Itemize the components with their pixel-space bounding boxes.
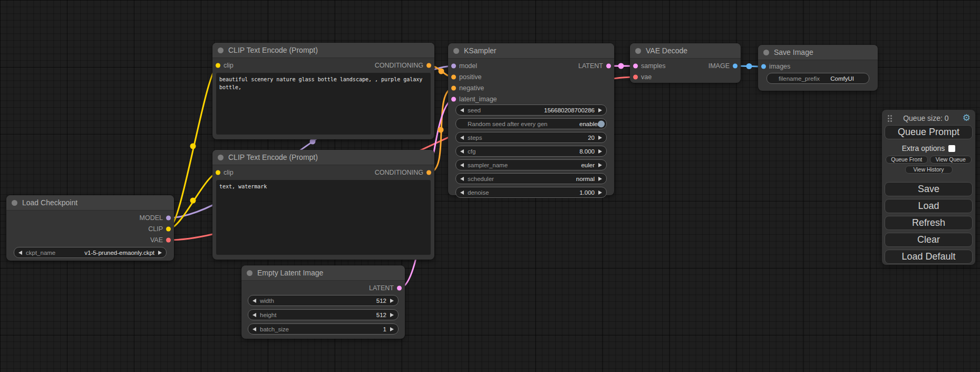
collapse-dot-icon[interactable] (453, 48, 459, 54)
settings-gear-icon[interactable]: ⚙ (963, 115, 971, 122)
increment-arrow-icon[interactable] (390, 299, 394, 303)
samples-input-dot[interactable] (633, 64, 638, 69)
increment-arrow-icon[interactable] (598, 149, 602, 154)
images-input-dot[interactable] (761, 64, 766, 69)
clip-input-dot[interactable] (216, 170, 220, 175)
node-graph-canvas[interactable]: Load Checkpoint MODEL CLIP VAE ckpt_name… (0, 0, 980, 372)
prompt-text-area[interactable]: text, watermark (216, 180, 431, 255)
decrement-arrow-icon[interactable] (460, 163, 464, 167)
ckpt-name-widget[interactable]: ckpt_name v1-5-pruned-emaonly.ckpt (14, 247, 167, 258)
filename-prefix-widget[interactable]: filename_prefix ComfyUI (766, 73, 869, 84)
decrement-arrow-icon[interactable] (460, 108, 464, 112)
steps-widget[interactable]: steps 20 (455, 132, 607, 143)
increment-arrow-icon[interactable] (390, 327, 394, 331)
collapse-dot-icon[interactable] (247, 270, 253, 276)
queue-front-button[interactable]: Queue Front (886, 156, 928, 164)
batch-size-widget[interactable]: batch_size 1 (248, 323, 399, 335)
decrement-arrow-icon[interactable] (460, 149, 464, 154)
extra-options-checkbox[interactable] (948, 145, 955, 152)
node-title-bar[interactable]: Empty Latent Image (241, 265, 405, 281)
seed-widget[interactable]: seed 156680208700286 (455, 104, 607, 116)
input-slot-positive: positive (448, 72, 614, 82)
vae-input-dot[interactable] (633, 75, 638, 80)
width-widget[interactable]: width 512 (248, 295, 399, 306)
collapse-dot-icon[interactable] (763, 50, 769, 55)
increment-arrow-icon[interactable] (598, 177, 602, 181)
height-widget[interactable]: height 512 (248, 309, 399, 320)
node-clip-text-encode-positive[interactable]: CLIP Text Encode (Prompt) clip CONDITION… (212, 43, 434, 139)
widget-value: 1 (383, 326, 386, 332)
node-save-image[interactable]: Save Image images filename_prefix ComfyU… (758, 45, 878, 91)
node-title: Empty Latent Image (257, 269, 323, 277)
collapse-dot-icon[interactable] (218, 47, 224, 53)
node-title-bar[interactable]: VAE Decode (630, 43, 741, 59)
slot-label: clip (224, 62, 234, 69)
refresh-button[interactable]: Refresh (885, 216, 973, 230)
node-title-bar[interactable]: CLIP Text Encode (Prompt) (212, 150, 434, 165)
load-button[interactable]: Load (885, 199, 973, 213)
decrement-arrow-icon[interactable] (460, 190, 464, 195)
latent-output-dot[interactable] (397, 286, 402, 291)
increment-arrow-icon[interactable] (598, 108, 602, 112)
node-title-bar[interactable]: KSampler (448, 43, 614, 59)
save-button[interactable]: Save (885, 182, 973, 196)
output-slot-latent: LATENT (241, 283, 405, 293)
clip-output-dot[interactable] (166, 227, 171, 232)
clear-button[interactable]: Clear (885, 233, 973, 247)
widget-name: scheduler (468, 176, 494, 182)
decrement-arrow-icon[interactable] (460, 136, 464, 140)
positive-input-dot[interactable] (451, 75, 456, 80)
decrement-arrow-icon[interactable] (253, 299, 256, 303)
conditioning-output-dot[interactable] (426, 170, 431, 175)
image-output-dot[interactable] (733, 64, 738, 69)
random-seed-toggle-widget[interactable]: Random seed after every gen enabled (455, 118, 607, 129)
decrement-arrow-icon[interactable] (253, 327, 256, 331)
widget-name: cfg (468, 148, 476, 155)
node-vae-decode[interactable]: VAE Decode samples IMAGE vae (630, 43, 741, 83)
queue-panel: Queue size: 0 ⚙ Queue Prompt Extra optio… (882, 110, 975, 265)
latent-output-dot[interactable] (606, 64, 611, 69)
view-queue-button[interactable]: View Queue (930, 156, 972, 164)
widget-name: steps (468, 135, 482, 141)
clip-input-dot[interactable] (216, 63, 220, 68)
slot-label: model (459, 62, 477, 70)
model-output-dot[interactable] (166, 216, 171, 221)
prompt-text-area[interactable]: beautiful scenery nature glass bottle la… (216, 73, 431, 135)
input-slot-images: images (758, 61, 878, 72)
increment-arrow-icon[interactable] (158, 251, 162, 255)
node-clip-text-encode-negative[interactable]: CLIP Text Encode (Prompt) clip CONDITION… (212, 150, 434, 260)
slot-label: LATENT (578, 62, 603, 70)
load-default-button[interactable]: Load Default (885, 250, 973, 264)
view-history-button[interactable]: View History (905, 166, 953, 174)
denoise-widget[interactable]: denoise 1.000 (455, 187, 607, 198)
collapse-dot-icon[interactable] (12, 200, 17, 206)
node-title: KSampler (464, 46, 496, 55)
increment-arrow-icon[interactable] (598, 163, 602, 167)
increment-arrow-icon[interactable] (390, 313, 394, 317)
scheduler-widget[interactable]: scheduler normal (455, 173, 607, 184)
conditioning-output-dot[interactable] (426, 63, 431, 68)
sampler-name-widget[interactable]: sampler_name euler (455, 159, 607, 170)
vae-output-dot[interactable] (166, 238, 171, 243)
decrement-arrow-icon[interactable] (253, 313, 256, 317)
node-title-bar[interactable]: CLIP Text Encode (Prompt) (212, 43, 434, 58)
latent-image-input-dot[interactable] (451, 97, 456, 102)
increment-arrow-icon[interactable] (598, 136, 602, 140)
node-title-bar[interactable]: Save Image (758, 45, 878, 60)
negative-input-dot[interactable] (451, 86, 456, 91)
cfg-widget[interactable]: cfg 8.000 (455, 146, 607, 157)
decrement-arrow-icon[interactable] (18, 251, 22, 255)
queue-prompt-button[interactable]: Queue Prompt (885, 125, 973, 139)
node-empty-latent-image[interactable]: Empty Latent Image LATENT width 512 heig… (241, 265, 405, 339)
decrement-arrow-icon[interactable] (460, 177, 464, 181)
node-load-checkpoint[interactable]: Load Checkpoint MODEL CLIP VAE ckpt_name… (6, 195, 174, 261)
collapse-dot-icon[interactable] (635, 48, 641, 54)
toggle-knob-icon[interactable] (598, 120, 605, 127)
node-ksampler[interactable]: KSampler model LATENT positive negative … (448, 43, 614, 195)
collapse-dot-icon[interactable] (218, 155, 224, 160)
increment-arrow-icon[interactable] (598, 190, 602, 195)
node-title-bar[interactable]: Load Checkpoint (6, 195, 174, 211)
widget-value: 8.000 (579, 148, 595, 155)
model-input-dot[interactable] (451, 64, 456, 69)
slot-label: CONDITIONING (375, 62, 423, 69)
